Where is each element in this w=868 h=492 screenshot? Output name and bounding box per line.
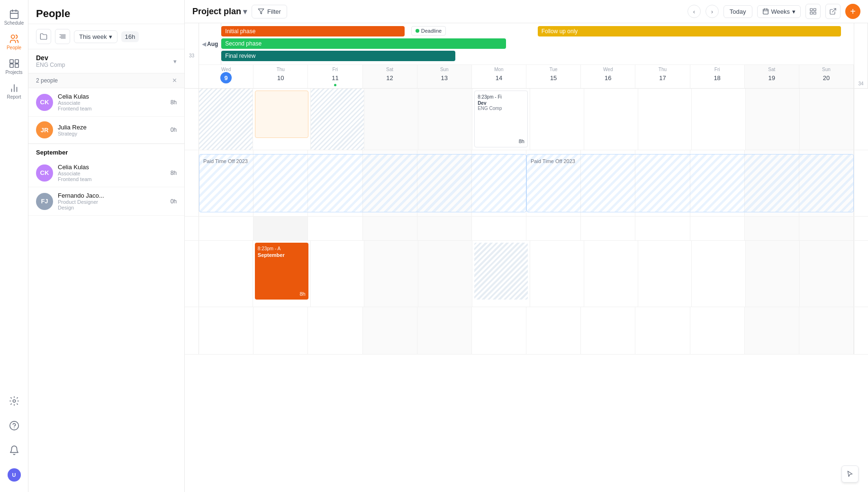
day-number-19: 19 (766, 72, 778, 83)
task-card-mon14: 8:23pm - Fi Dev ENG Comp 8h (474, 91, 528, 147)
calendar-row-celia-sep: 8:23pm - A September 8h (185, 241, 868, 307)
cell-fern-sat19 (745, 307, 799, 354)
panel-title: People (36, 8, 177, 20)
svg-marker-19 (258, 9, 264, 14)
svg-rect-20 (763, 9, 768, 14)
cell-celia-sat19 (746, 89, 800, 150)
day-number-10: 10 (275, 72, 286, 83)
user-avatar-sidebar[interactable]: U (3, 464, 26, 486)
folder-icon-btn[interactable] (36, 29, 51, 44)
nav-prev-btn[interactable]: ‹ (687, 5, 701, 18)
day-header-wed16: Wed 16 (581, 65, 635, 88)
today-button[interactable]: Today (723, 5, 752, 18)
day-header-thu17: Thu 17 (635, 65, 690, 88)
avatar-celia-aug: CK (36, 94, 53, 111)
svg-rect-0 (10, 10, 18, 18)
task-card-sep-thu10: 8:23pm - A September 8h (255, 243, 308, 300)
person-hours-celia-sep: 8h (171, 170, 177, 176)
day-number-20: 20 (821, 72, 832, 83)
aug-month-label: Aug (207, 41, 218, 47)
calendar-row-julia: Paid Time Off 2023 Paid Time Off 2023 (185, 150, 868, 217)
add-button[interactable]: + (845, 4, 860, 19)
sort-icon-btn[interactable] (55, 29, 70, 44)
section-september: September (28, 144, 184, 159)
sidebar-item-report[interactable]: Report (3, 80, 26, 102)
sep-cell-5 (417, 217, 472, 240)
sep-divider-row (185, 217, 868, 241)
deadline-badge: Deadline (411, 26, 446, 36)
day-header-sat12: Sat 12 (363, 65, 417, 88)
day-header-mon14: Mon 14 (472, 65, 526, 88)
pointer-tool-btn[interactable] (841, 465, 859, 483)
close-people-filter-btn[interactable]: × (172, 76, 177, 85)
cell-celia-sat12 (364, 89, 418, 150)
day-number-11: 11 (329, 72, 341, 83)
person-hours-celia-aug: 8h (171, 99, 177, 106)
export-btn[interactable] (825, 4, 841, 19)
follow-up-bar: Follow up only (538, 26, 841, 36)
cell-fern-mon14 (472, 307, 526, 354)
sep-cell-6 (472, 217, 526, 240)
person-hours-julia: 0h (171, 127, 177, 133)
day-number-16: 16 (602, 72, 614, 83)
task-hours-mon14: 8h (478, 138, 524, 144)
group-header-dev[interactable]: Dev ENG Comp ▾ (28, 49, 184, 73)
calendar-scroll-area[interactable]: 8:23pm - Fi Dev ENG Comp 8h (185, 89, 868, 492)
final-review-bar: Final review (221, 51, 455, 61)
cell-celia-sep-sat19 (746, 241, 800, 307)
sidebar-item-schedule[interactable]: Schedule (3, 6, 26, 28)
cell-celia-fri18 (692, 89, 746, 150)
sidebar-item-people[interactable]: People (3, 30, 26, 53)
filter-button[interactable]: Filter (252, 5, 287, 18)
cell-celia-fri11 (311, 89, 365, 150)
task-card-thu10 (255, 91, 308, 138)
person-row-fernando[interactable]: FJ Fernando Jaco... Product Designer Des… (28, 187, 184, 216)
day-header-sun13: Sun 13 (417, 65, 472, 88)
cell-celia-sun20 (800, 89, 854, 150)
sidebar-item-projects[interactable]: Projects (3, 55, 26, 78)
project-title: Project plan ▾ (192, 7, 247, 17)
striped-cell-sep (474, 243, 528, 300)
day-number-15: 15 (548, 72, 559, 83)
cell-celia-wed16 (584, 89, 638, 150)
pto-bar-right: Paid Time Off 2023 (526, 154, 854, 212)
svg-rect-27 (810, 12, 813, 14)
sep-cell-2 (253, 217, 308, 240)
week-selector-btn[interactable]: This week ▾ (74, 30, 118, 43)
cell-fern-fri11 (308, 307, 362, 354)
hours-badge: 16h (121, 31, 139, 42)
day-header-fri18: Fri 18 (690, 65, 745, 88)
sidebar-item-notifications[interactable] (3, 439, 26, 462)
sidebar-item-settings[interactable] (3, 390, 26, 412)
svg-rect-5 (9, 59, 13, 63)
cell-celia-sep-thu10: 8:23pm - A September 8h (253, 241, 311, 307)
avatar-fernando: FJ (36, 193, 53, 210)
day-number-13: 13 (439, 72, 450, 83)
person-row-celia-sep[interactable]: CK Celia Kulas Associate Frontend team 8… (28, 159, 184, 187)
person-info-julia: Julia Reze Strategy (58, 124, 166, 137)
cell-fern-sat12 (363, 307, 417, 354)
calendar-view-btn[interactable] (805, 4, 821, 19)
cell-celia-sep-fri18 (692, 241, 746, 307)
cell-celia-sep-fri11 (311, 241, 365, 307)
person-row-julia[interactable]: JR Julia Reze Strategy 0h (28, 117, 184, 144)
weeks-selector-btn[interactable]: Weeks ▾ (757, 5, 801, 18)
cell-celia-mon14: 8:23pm - Fi Dev ENG Comp 8h (472, 89, 530, 150)
sep-cell-1 (199, 217, 253, 240)
prev-month-arrow[interactable]: ◀ (202, 41, 206, 47)
sep-cell-12 (799, 217, 854, 240)
person-row-celia-aug[interactable]: CK Celia Kulas Associate Frontend team 8… (28, 88, 184, 117)
sep-cell-8 (581, 217, 635, 240)
person-info-fernando: Fernando Jaco... Product Designer Design (58, 192, 166, 210)
svg-point-12 (13, 400, 16, 402)
nav-next-btn[interactable]: › (705, 5, 719, 18)
cell-fern-sun13 (417, 307, 472, 354)
day-header-wed9: Wed 9 (199, 65, 253, 88)
calendar-area: 33 ◀ Aug I (185, 23, 868, 492)
calendar-row-celia-aug: 8:23pm - Fi Dev ENG Comp 8h (185, 89, 868, 150)
day-number-14: 14 (493, 72, 505, 83)
cell-celia-sep-sun13 (418, 241, 472, 307)
group-sub: ENG Comp (36, 62, 65, 68)
day-number-18: 18 (712, 72, 723, 83)
sidebar-item-help[interactable] (3, 414, 26, 437)
